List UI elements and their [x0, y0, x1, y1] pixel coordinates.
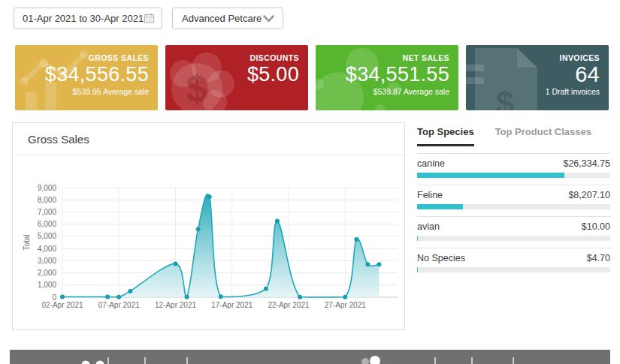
species-label: avian [417, 221, 440, 232]
kpi-value: $34,556.55 [45, 62, 149, 87]
svg-text:4,000: 4,000 [38, 245, 56, 253]
svg-text:6,000: 6,000 [38, 220, 56, 228]
kpi-card-gross-sales: GROSS SALES $34,556.55 $539.95 Average s… [15, 45, 158, 110]
gross-sales-chart: 01,0002,0003,0004,0005,0006,0007,0008,00… [13, 155, 404, 329]
top-lists-panel: Top Species Top Product Classes canine $… [417, 126, 610, 279]
kpi-title: NET SALES [402, 53, 449, 62]
kpi-value: $34,551.55 [346, 62, 449, 87]
species-bar-track [417, 173, 610, 178]
svg-text:7,000: 7,000 [38, 208, 56, 216]
kpi-title: GROSS SALES [89, 53, 149, 62]
species-bar-track [417, 267, 610, 272]
svg-text:Total: Total [23, 234, 31, 250]
chart-title: Gross Sales [13, 123, 404, 155]
kpi-card-net-sales: NET SALES $34,551.55 $539.87 Average sal… [316, 45, 458, 110]
svg-text:1,000: 1,000 [38, 281, 56, 289]
date-range-picker[interactable]: 01-Apr 2021 to 30-Apr 2021 [14, 8, 162, 29]
species-value: $8,207.10 [568, 190, 610, 200]
kpi-card-invoices: $ INVOICES 64 1 Draft invoices [466, 45, 609, 110]
svg-text:07-Apr 2021: 07-Apr 2021 [98, 301, 140, 309]
chevron-down-icon [263, 15, 274, 23]
species-label: No Species [417, 253, 465, 263]
species-bar-track [417, 236, 610, 241]
kpi-value: 64 [575, 62, 600, 87]
tab-top-product-classes[interactable]: Top Product Classes [495, 126, 591, 146]
svg-text:5,000: 5,000 [38, 232, 56, 240]
top-toolbar: 01-Apr 2021 to 30-Apr 2021 Advanced Petc… [14, 8, 283, 29]
svg-text:2,000: 2,000 [38, 269, 56, 277]
species-bar-fill [417, 267, 418, 272]
species-label: canine [417, 158, 445, 169]
svg-text:0: 0 [52, 293, 56, 302]
date-range-value: 01-Apr 2021 to 30-Apr 2021 [23, 13, 144, 24]
kpi-subtitle: $539.95 Average sale [73, 87, 149, 97]
kpi-title: INVOICES [560, 53, 600, 62]
gross-sales-panel: Gross Sales 01,0002,0003,0004,0005,0006,… [12, 122, 405, 330]
nav-separators [108, 357, 513, 364]
species-list: canine $26,334.75 Feline $8,207.10 avian… [417, 153, 610, 279]
bottom-nav-bar[interactable] [10, 350, 610, 364]
top-lists-tabs: Top Species Top Product Classes [417, 126, 610, 146]
svg-text:9,000: 9,000 [38, 184, 56, 192]
species-row: No Species $4.70 [417, 248, 610, 279]
species-bar-track [417, 204, 610, 209]
calendar-icon [144, 12, 155, 25]
species-value: $10.00 [582, 221, 610, 232]
paw-icon[interactable] [361, 356, 380, 364]
practice-selector-dropdown[interactable]: Advanced Petcare [172, 8, 283, 29]
species-row: Feline $8,207.10 [417, 185, 610, 216]
practice-selector-value: Advanced Petcare [182, 13, 262, 24]
species-value: $4.70 [587, 253, 610, 263]
tab-top-species[interactable]: Top Species [417, 126, 474, 146]
species-bar-fill [417, 236, 418, 241]
svg-text:12-Apr 2021: 12-Apr 2021 [155, 301, 196, 309]
kpi-card-discounts: $ DISCOUNTS $5.00 [165, 45, 308, 110]
kpi-value: $5.00 [247, 62, 299, 87]
species-value: $26,334.75 [563, 158, 610, 169]
species-bar-fill [417, 173, 564, 178]
svg-text:17-Apr 2021: 17-Apr 2021 [211, 301, 253, 309]
svg-text:02-Apr 2021: 02-Apr 2021 [41, 301, 83, 309]
svg-text:3,000: 3,000 [38, 257, 56, 265]
species-row: avian $10.00 [417, 216, 610, 248]
species-row: canine $26,334.75 [417, 153, 610, 185]
svg-text:27-Apr 2021: 27-Apr 2021 [325, 301, 366, 309]
kpi-subtitle: $539.87 Average sale [374, 87, 449, 97]
paw-icon[interactable] [82, 361, 104, 364]
kpi-subtitle: 1 Draft invoices [546, 87, 600, 97]
kpi-title: DISCOUNTS [250, 53, 299, 62]
species-label: Feline [417, 190, 443, 200]
svg-text:8,000: 8,000 [38, 196, 56, 204]
species-bar-fill [417, 204, 463, 209]
svg-text:22-Apr 2021: 22-Apr 2021 [268, 301, 309, 309]
